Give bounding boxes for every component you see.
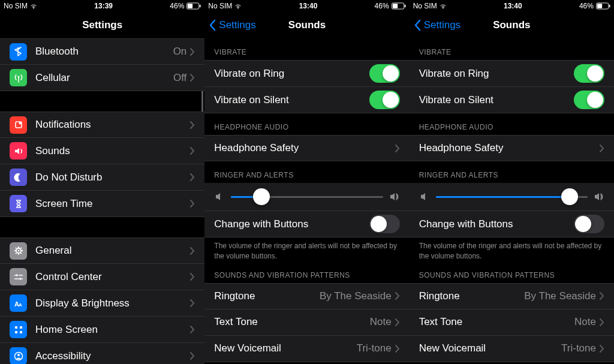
row-label: Ringtone [214,290,320,302]
section-ringer: RINGER AND ALERTS [204,161,409,183]
carrier-text: No SIM [413,2,437,10]
status-bar: No SIM 13:40 46% [410,0,614,12]
row-vibrate-silent[interactable]: Vibrate on Silent [410,87,614,113]
row-label: Accessibility [35,350,190,362]
row-vibrate-ring[interactable]: Vibrate on Ring [410,60,614,87]
row-voicemail[interactable]: New Voicemail Tri-tone [410,336,614,362]
row-change-buttons[interactable]: Change with Buttons [204,211,409,237]
row-control-center[interactable]: Control Center [0,264,204,290]
screen-sounds-b: No SIM 13:40 46% Settings Sounds VIBRATE… [410,0,614,364]
row-detail: Tri-tone [357,342,392,354]
row-label: General [35,245,190,257]
row-texttone[interactable]: Text Tone Note [204,309,409,336]
row-home-screen[interactable]: Home Screen [0,317,204,343]
row-label: Headphone Safety [419,142,600,154]
row-general[interactable]: General [0,237,204,264]
row-label: Text Tone [419,316,574,328]
ringer-footer: The volume of the ringer and alerts will… [410,237,614,267]
carrier-text: No SIM [4,2,28,10]
row-detail: Off [173,72,186,84]
speaker-high-icon [389,191,400,202]
gear-icon [10,242,27,260]
chevron-right-icon [190,299,195,307]
chevron-right-icon [600,145,604,152]
row-notifications[interactable]: Notifications [0,112,204,138]
text-size-icon [10,294,27,312]
speaker-low-icon [419,191,430,202]
row-detail: By The Seaside [320,290,392,302]
battery-text: 46% [579,2,594,10]
chevron-right-icon [190,74,195,82]
row-detail: Note [370,316,392,328]
row-label: Control Center [35,271,190,283]
page-title: Sounds [493,19,530,31]
row-label: Home Screen [35,324,190,336]
screen-sounds-a: No SIM 13:40 46% Settings Sounds VIBRATE… [204,0,409,364]
section-headphone: HEADPHONE AUDIO [204,113,409,135]
row-bluetooth[interactable]: Bluetooth On [0,38,204,65]
row-sounds[interactable]: Sounds [0,138,204,164]
volume-slider[interactable] [231,196,383,198]
speaker-low-icon [214,191,225,202]
volume-slider-row [204,183,409,211]
row-headphone-safety[interactable]: Headphone Safety [410,135,614,161]
row-accessibility[interactable]: Accessibility [0,343,204,364]
row-label: Vibrate on Silent [419,94,574,106]
chevron-right-icon [395,292,400,300]
row-label: New Voicemail [214,342,356,354]
toggle-vibrate-silent[interactable] [369,91,400,109]
chevron-right-icon [190,121,195,129]
section-headphone: HEADPHONE AUDIO [410,113,614,135]
toggle-change-buttons[interactable] [574,215,604,233]
row-detail: By The Seaside [524,290,596,302]
row-ringtone[interactable]: Ringtone By The Seaside [204,283,409,309]
carrier-text: No SIM [208,2,232,10]
volume-slider[interactable] [436,196,588,198]
chevron-right-icon [395,345,400,353]
row-dnd[interactable]: Do Not Disturb [0,164,204,191]
navbar: Settings [0,12,204,38]
row-screentime[interactable]: Screen Time [0,191,204,217]
row-vibrate-silent[interactable]: Vibrate on Silent [204,87,409,113]
row-vibrate-ring[interactable]: Vibrate on Ring [204,60,409,87]
row-label: Ringtone [419,290,525,302]
section-patterns: SOUNDS AND VIBRATION PATTERNS [410,267,614,283]
row-change-buttons[interactable]: Change with Buttons [410,211,614,237]
row-cellular[interactable]: Cellular Off [0,65,204,91]
grid-icon [10,321,27,338]
battery-icon [186,2,201,10]
toggle-vibrate-ring[interactable] [369,64,400,83]
row-label: Vibrate on Ring [419,68,574,80]
clock: 13:40 [504,2,522,10]
section-vibrate: VIBRATE [410,38,614,60]
back-button[interactable]: Settings [414,12,460,38]
status-bar: No SIM 13:40 46% [204,0,409,12]
toggle-vibrate-ring[interactable] [574,64,604,83]
section-patterns: SOUNDS AND VIBRATION PATTERNS [204,267,409,283]
status-bar: No SIM 13:39 46% [0,0,204,12]
clock: 13:39 [94,2,113,10]
wifi-icon [234,2,242,10]
row-texttone[interactable]: Text Tone Note [410,309,614,336]
antenna-icon [10,69,27,86]
row-ringtone[interactable]: Ringtone By The Seaside [410,283,614,309]
back-button[interactable]: Settings [209,12,255,38]
moon-icon [10,169,27,186]
back-label: Settings [219,19,255,31]
row-display[interactable]: Display & Brightness [0,290,204,317]
toggle-vibrate-silent[interactable] [574,91,604,109]
row-voicemail[interactable]: New Voicemail Tri-tone [204,336,409,362]
navbar: Settings Sounds [410,12,614,38]
row-label: Change with Buttons [419,218,574,230]
page-title: Settings [82,19,122,31]
speaker-icon [10,142,27,160]
toggle-change-buttons[interactable] [369,215,400,233]
section-vibrate: VIBRATE [204,38,409,60]
chevron-right-icon [190,326,195,333]
row-label: New Voicemail [419,342,561,354]
chevron-right-icon [190,147,195,155]
chevron-right-icon [600,345,604,353]
row-headphone-safety[interactable]: Headphone Safety [204,135,409,161]
row-label: Change with Buttons [214,218,369,230]
speaker-high-icon [594,191,604,202]
